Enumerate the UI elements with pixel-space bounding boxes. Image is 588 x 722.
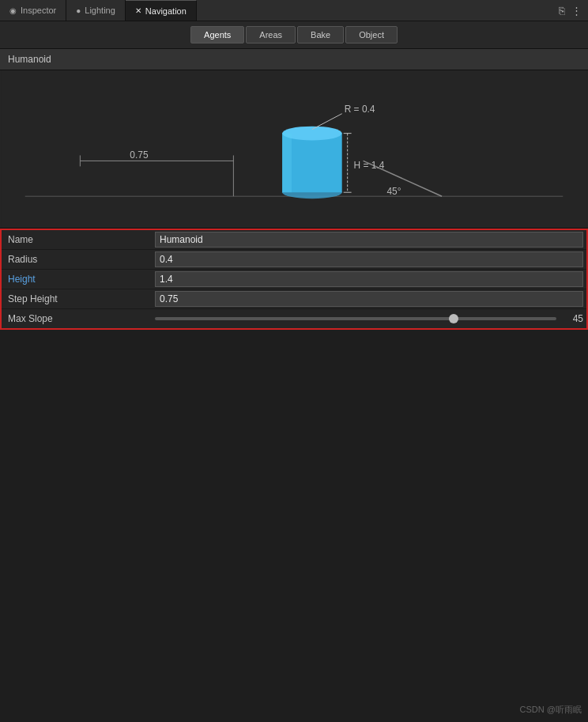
prop-value-name xyxy=(152,230,586,249)
humanoid-label: Humanoid xyxy=(8,54,51,65)
properties-panel: Name Radius Height Step Height xyxy=(0,229,588,330)
footer-credit: CSDN @听雨眠 xyxy=(520,705,582,714)
svg-text:H = 1.4: H = 1.4 xyxy=(354,160,385,171)
lock-icon[interactable]: ⎘ xyxy=(559,5,565,17)
prop-label-name: Name xyxy=(2,231,152,248)
prop-row-name: Name xyxy=(2,230,586,250)
tab-bar-actions: ⎘ ⋮ xyxy=(559,5,588,17)
svg-text:45°: 45° xyxy=(386,186,401,197)
prop-label-step-height: Step Height xyxy=(2,290,152,308)
svg-rect-11 xyxy=(282,134,292,193)
max-slope-value: 45 xyxy=(561,313,583,324)
navigation-icon: ✕ xyxy=(135,6,141,15)
prop-value-height xyxy=(152,270,586,289)
slider-container: 45 xyxy=(155,313,583,324)
sub-tab-agents[interactable]: Agents xyxy=(190,26,244,43)
sub-tab-areas[interactable]: Areas xyxy=(246,26,296,43)
prop-value-radius xyxy=(152,250,586,269)
radius-input[interactable] xyxy=(155,251,583,267)
prop-label-height: Height xyxy=(2,270,152,288)
max-slope-slider[interactable] xyxy=(155,317,556,320)
tab-inspector-label: Inspector xyxy=(21,6,56,15)
inspector-icon: ◉ xyxy=(9,6,17,15)
prop-row-max-slope: Max Slope 45 xyxy=(2,309,586,328)
sub-tab-bar: Agents Areas Bake Object xyxy=(0,21,588,49)
prop-label-max-slope: Max Slope xyxy=(2,310,152,327)
prop-value-max-slope: 45 xyxy=(152,312,586,326)
visualization-area: + − 0.75 45° R = 0.4 H = 1.4 xyxy=(0,70,588,229)
sub-tab-bake[interactable]: Bake xyxy=(297,26,344,43)
tab-navigation-label: Navigation xyxy=(145,6,187,16)
tab-bar: ◉ Inspector ● Lighting ✕ Navigation ⎘ ⋮ xyxy=(0,0,588,21)
sub-tab-object[interactable]: Object xyxy=(345,26,398,43)
tab-inspector[interactable]: ◉ Inspector xyxy=(0,0,66,21)
menu-icon[interactable]: ⋮ xyxy=(571,5,582,17)
viz-svg: 0.75 45° R = 0.4 H = 1.4 xyxy=(0,70,588,228)
prop-label-radius: Radius xyxy=(2,251,152,268)
svg-text:R = 0.4: R = 0.4 xyxy=(345,104,375,115)
tab-lighting-label: Lighting xyxy=(85,6,115,15)
lighting-icon: ● xyxy=(76,6,81,15)
svg-text:0.75: 0.75 xyxy=(130,149,149,161)
prop-row-step-height: Step Height xyxy=(2,289,586,309)
tab-lighting[interactable]: ● Lighting xyxy=(66,0,126,21)
name-input[interactable] xyxy=(155,232,583,248)
step-height-input[interactable] xyxy=(155,291,583,307)
prop-row-height: Height xyxy=(2,270,586,289)
humanoid-header: Humanoid xyxy=(0,49,588,70)
prop-row-radius: Radius xyxy=(2,250,586,270)
tab-navigation[interactable]: ✕ Navigation xyxy=(126,0,197,21)
height-input[interactable] xyxy=(155,271,583,287)
prop-value-step-height xyxy=(152,289,586,308)
